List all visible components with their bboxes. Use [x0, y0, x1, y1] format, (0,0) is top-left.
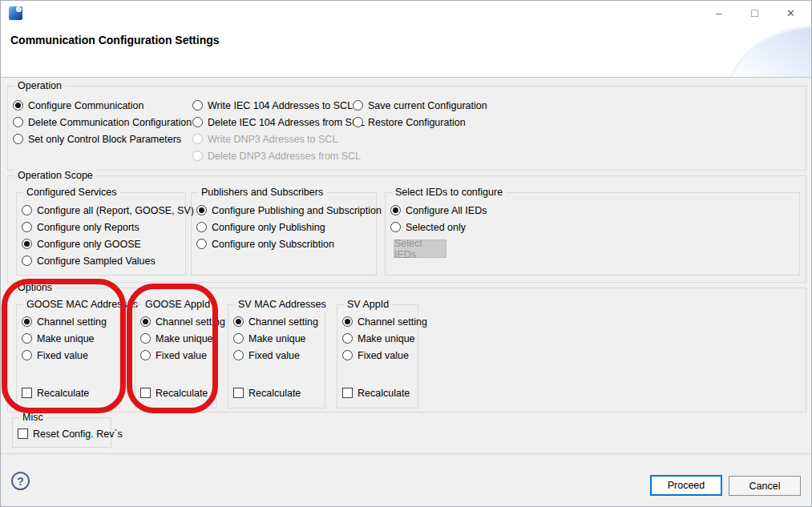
checkbox-icon: [22, 388, 32, 398]
sv-appid-group: SV AppId Channel setting Make unique Fix…: [337, 304, 418, 408]
cancel-button-label: Cancel: [749, 481, 781, 492]
checkbox-reset-config-revs[interactable]: Reset Config. Rev`s: [18, 425, 123, 442]
radio-icon: [353, 100, 363, 111]
radio-icon: [353, 117, 363, 127]
radio-configure-all-report-goose-sv[interactable]: Configure all (Report, GOOSE, SV): [22, 202, 194, 219]
radio-sv-appid-fixed-value[interactable]: Fixed value: [342, 347, 427, 364]
radio-label: Channel setting: [37, 316, 107, 328]
help-button[interactable]: ?: [11, 472, 30, 490]
operation-group: Operation Configure Communication Delete…: [7, 86, 806, 171]
radio-label: Write IEC 104 Addresses to SCL: [208, 100, 353, 111]
radio-icon: [140, 316, 151, 327]
radio-label: Selected only: [406, 222, 466, 233]
radio-goose-mac-fixed-value[interactable]: Fixed value: [22, 347, 107, 364]
radio-configure-communication[interactable]: Configure Communication: [13, 97, 192, 114]
radio-goose-mac-channel-setting[interactable]: Channel setting: [22, 313, 107, 330]
radio-delete-dnp3-addresses-from-scl[interactable]: Delete DNP3 Addresses from SCL: [192, 147, 365, 164]
radio-label: Configure Sampled Values: [37, 256, 156, 267]
radio-configure-only-reports[interactable]: Configure only Reports: [22, 219, 194, 235]
sv-appid-label: SV AppId: [344, 299, 392, 311]
radio-label: Configure only GOOSE: [37, 239, 141, 250]
dialog-title: Communication Configuration Settings: [10, 34, 220, 46]
radio-selected-only[interactable]: Selected only: [390, 219, 487, 235]
radio-label: Save current Configuration: [368, 100, 487, 111]
checkbox-label: Recalculate: [248, 388, 301, 399]
radio-icon: [140, 333, 151, 344]
radio-label: Make unique: [248, 333, 306, 344]
proceed-button-label: Proceed: [668, 480, 705, 491]
checkbox-label: Recalculate: [156, 388, 208, 399]
radio-icon: [22, 205, 32, 215]
checkbox-sv-appid-recalculate[interactable]: Recalculate: [342, 384, 410, 401]
radio-label: Configure only Reports: [37, 222, 139, 233]
sv-mac-addresses-label: SV MAC Addresses: [235, 299, 329, 311]
checkbox-goose-mac-recalculate[interactable]: Recalculate: [22, 384, 89, 401]
radio-label: Configure All IEDs: [406, 205, 487, 216]
operation-scope-group-label: Operation Scope: [14, 170, 96, 182]
minimize-button[interactable]: –: [701, 1, 737, 25]
checkbox-icon: [140, 388, 151, 398]
radio-goose-appid-channel-setting[interactable]: Channel setting: [140, 313, 225, 330]
radio-icon: [192, 134, 203, 144]
radio-icon: [233, 316, 244, 327]
radio-label: Set only Control Block Parameters: [28, 134, 181, 145]
radio-configure-publishing-and-subscription[interactable]: Configure Publishing and Subscription: [196, 202, 382, 219]
radio-label: Make unique: [156, 333, 213, 344]
radio-icon: [22, 239, 32, 249]
radio-icon: [22, 350, 32, 360]
close-button[interactable]: ✕: [773, 1, 809, 25]
radio-icon: [140, 350, 151, 360]
radio-label: Configure Communication: [28, 100, 144, 111]
radio-sv-appid-channel-setting[interactable]: Channel setting: [342, 313, 427, 330]
radio-restore-configuration[interactable]: Restore Configuration: [353, 114, 487, 131]
radio-label: Channel setting: [358, 316, 427, 328]
goose-mac-addresses-label: GOOSE MAC Addresses: [23, 299, 141, 311]
radio-sv-mac-channel-setting[interactable]: Channel setting: [233, 313, 318, 330]
radio-icon: [192, 117, 203, 127]
radio-label: Delete DNP3 Addresses from SCL: [208, 151, 361, 162]
radio-label: Fixed value: [156, 350, 207, 361]
checkbox-goose-appid-recalculate[interactable]: Recalculate: [140, 384, 208, 401]
radio-write-iec104-addresses-to-scl[interactable]: Write IEC 104 Addresses to SCL: [192, 97, 365, 114]
radio-configure-sampled-values[interactable]: Configure Sampled Values: [22, 252, 194, 269]
radio-set-only-control-block-parameters[interactable]: Set only Control Block Parameters: [13, 131, 192, 147]
radio-icon: [22, 222, 32, 232]
misc-group: Misc Reset Config. Rev`s: [12, 417, 111, 448]
radio-configure-only-goose[interactable]: Configure only GOOSE: [22, 235, 194, 252]
cancel-button[interactable]: Cancel: [729, 476, 801, 496]
checkbox-label: Reset Config. Rev`s: [33, 429, 123, 440]
radio-configure-only-publishing[interactable]: Configure only Publishing: [196, 219, 382, 235]
configured-services-label: Configured Services: [23, 187, 120, 199]
radio-icon: [13, 134, 23, 144]
proceed-button[interactable]: Proceed: [650, 475, 722, 496]
radio-goose-mac-make-unique[interactable]: Make unique: [22, 330, 107, 347]
select-ieds-button-label: Select IEDs: [394, 238, 446, 260]
radio-sv-appid-make-unique[interactable]: Make unique: [342, 330, 427, 347]
operation-scope-group: Operation Scope Configured Services Conf…: [7, 175, 806, 283]
radio-label: Channel setting: [156, 316, 225, 328]
options-group-label: Options: [14, 282, 55, 294]
checkbox-icon: [18, 429, 28, 439]
radio-write-dnp3-adresses-to-scl[interactable]: Write DNP3 Adresses to SCL: [192, 131, 365, 147]
radio-icon: [196, 222, 207, 232]
radio-delete-iec104-adresses-from-scl[interactable]: Delete IEC 104 Adresses from SCL: [192, 114, 365, 131]
radio-icon: [13, 117, 23, 127]
radio-save-current-configuration[interactable]: Save current Configuration: [353, 97, 487, 114]
radio-sv-mac-make-unique[interactable]: Make unique: [233, 330, 318, 347]
misc-group-label: Misc: [19, 412, 46, 424]
select-ieds-button[interactable]: Select IEDs: [394, 239, 446, 258]
checkbox-sv-mac-recalculate[interactable]: Recalculate: [233, 384, 301, 401]
sv-mac-addresses-group: SV MAC Addresses Channel setting Make un…: [228, 304, 325, 408]
communication-configuration-dialog: – □ ✕ Communication Configuration Settin…: [0, 0, 812, 507]
radio-configure-all-ieds[interactable]: Configure All IEDs: [390, 202, 487, 219]
radio-icon: [390, 222, 401, 232]
maximize-button[interactable]: □: [737, 1, 773, 25]
radio-goose-appid-make-unique[interactable]: Make unique: [140, 330, 225, 347]
radio-delete-communication-configuration[interactable]: Delete Communication Configuration: [13, 114, 192, 131]
radio-label: Make unique: [358, 333, 415, 344]
radio-goose-appid-fixed-value[interactable]: Fixed value: [140, 347, 225, 364]
radio-label: Make unique: [37, 333, 95, 344]
radio-sv-mac-fixed-value[interactable]: Fixed value: [233, 347, 318, 364]
app-icon: [9, 6, 22, 20]
radio-configure-only-subscription[interactable]: Configure only Subscribtion: [196, 235, 382, 252]
